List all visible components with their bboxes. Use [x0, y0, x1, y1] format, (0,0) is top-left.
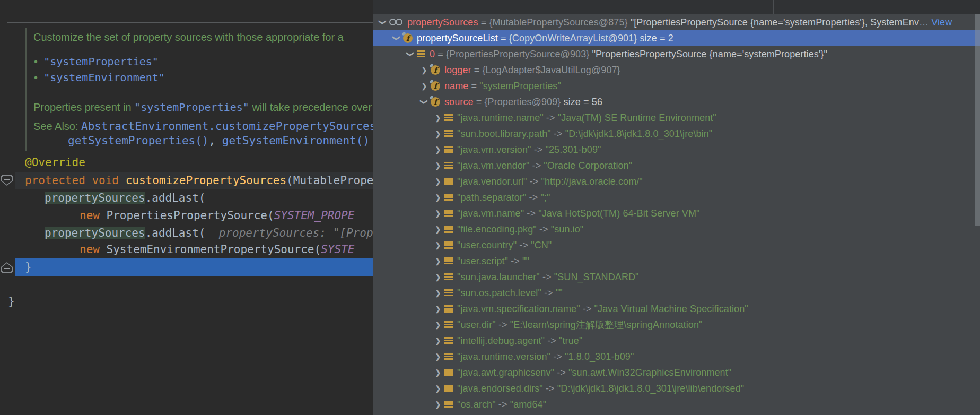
tree-row-java-vm-vendor[interactable]: ❯"java.vm.vendor" -> "Oracle Corporation…: [373, 158, 980, 174]
doc-link[interactable]: getSystemProperties(): [68, 134, 209, 147]
chevron-right-icon[interactable]: ❯: [432, 189, 444, 205]
tree-row-java-endorsed-dirs[interactable]: ❯"java.endorsed.dirs" -> "D:\jdk\jdk1.8\…: [373, 381, 980, 396]
chevron-right-icon[interactable]: ❯: [432, 317, 444, 333]
tree-text: "PropertiesPropertySource {name='systemP…: [592, 49, 827, 60]
doc-comment-separator: [7, 22, 373, 23]
chevron-right-icon[interactable]: ❯: [418, 78, 431, 94]
code-token: "systemProperties": [43, 55, 159, 68]
array-element-icon: [444, 273, 453, 281]
tree-row-java-runtime-name[interactable]: ❯"java.runtime.name" -> "Java(TM) SE Run…: [373, 110, 980, 126]
chevron-right-icon[interactable]: ❯: [432, 174, 444, 189]
chevron-right-icon[interactable]: ❯: [432, 158, 444, 174]
code-line-method-signature: protected void customizePropertySources(…: [25, 172, 373, 189]
tree-row-path-separator[interactable]: ❯"path.separator" -> ";": [373, 189, 980, 205]
tree-row-sun-java-launcher[interactable]: ❯"sun.java.launcher" -> "SUN_STANDARD": [373, 269, 980, 285]
execution-point-highlight: [15, 258, 373, 276]
tree-row-java-runtime-version[interactable]: ❯"java.runtime.version" -> "1.8.0_301-b0…: [373, 349, 980, 365]
code-line-doc-note: Properties present in "systemProperties"…: [33, 99, 373, 116]
field-icon: f: [431, 81, 440, 91]
chevron-right-icon[interactable]: ❯: [432, 365, 444, 381]
chevron-right-icon[interactable]: ❯: [432, 333, 444, 349]
tree-row-java-vm-version[interactable]: ❯"java.vm.version" -> "25.301-b09": [373, 142, 980, 158]
watch-glasses-icon: [389, 19, 403, 26]
code-line-doc-see-also-2: getSystemProperties(), getSystemEnvironm…: [68, 132, 370, 150]
chevron-right-icon[interactable]: ❯: [432, 301, 444, 317]
chevron-right-icon[interactable]: ❯: [432, 253, 444, 269]
code-token: will take precedence over t: [249, 101, 373, 113]
tree-text: size = 2: [640, 33, 673, 44]
array-element-icon: [444, 337, 453, 344]
chevron-right-icon[interactable]: ❯: [432, 221, 444, 237]
tree-row-user-script[interactable]: ❯"user.script" -> "": [373, 253, 980, 269]
tree-text: ->: [496, 319, 510, 331]
tree-row-java-vm-name[interactable]: ❯"java.vm.name" -> "Java HotSpot(TM) 64-…: [373, 205, 980, 221]
tree-text: "sun.boot.library.path": [457, 128, 551, 140]
tree-text: ->: [550, 351, 565, 362]
bullet-icon: •: [34, 72, 43, 83]
tree-row-java-vm-specification-name[interactable]: ❯"java.vm.specification.name" -> "Java V…: [373, 301, 980, 317]
tree-text: "E:\learn\spring注解版整理\springAnnotation": [510, 318, 703, 331]
chevron-right-icon[interactable]: ❯: [432, 381, 444, 396]
chevron-right-icon[interactable]: ❯: [432, 269, 444, 285]
tree-text: "systemProperties": [479, 81, 561, 92]
array-element-icon: [444, 226, 453, 233]
chevron-down-icon[interactable]: ❯: [402, 48, 418, 60]
tree-text: "Java Virtual Machine Specification": [594, 304, 748, 315]
tree-text: ";": [540, 192, 550, 203]
tree-text: propertySourceList: [417, 33, 498, 44]
tree-row-name[interactable]: ❯fname = "systemProperties": [373, 78, 980, 94]
code-line-call-addlast-2: propertySources.addLast( propertySources…: [45, 224, 373, 242]
ide-screen: Customize the set of property sources wi…: [0, 0, 980, 415]
chevron-right-icon[interactable]: ❯: [432, 396, 444, 412]
code-line-new-properties: new PropertiesPropertySource(SYSTEM_PROP…: [80, 207, 354, 224]
chevron-right-icon[interactable]: ❯: [432, 205, 444, 221]
chevron-right-icon[interactable]: ❯: [432, 237, 444, 253]
tree-text: "sun.io": [551, 224, 584, 235]
tree-text: ->: [580, 304, 594, 315]
tree-row-element-0[interactable]: ❯0 = {PropertiesPropertySource@903} "Pro…: [373, 46, 980, 62]
tree-row-source[interactable]: ❯fsource = {Properties@909} size = 56: [373, 94, 980, 110]
tree-row-intellij-debug-agent[interactable]: ❯"intellij.debug.agent" -> "true": [373, 333, 980, 349]
fold-start-marker-icon[interactable]: [1, 175, 13, 186]
popup-scrollbar[interactable]: [975, 14, 980, 226]
chevron-right-icon[interactable]: ❯: [432, 285, 444, 301]
tree-text: "java.vm.version": [457, 144, 531, 155]
tree-row-sun-os-patch-level[interactable]: ❯"sun.os.patch.level" -> "": [373, 285, 980, 301]
tree-row-java-awt-graphicsenv[interactable]: ❯"java.awt.graphicsenv" -> "sun.awt.Win3…: [373, 365, 980, 381]
code-token: "systemEnvironment": [43, 71, 165, 84]
tree-text: ->: [524, 208, 538, 219]
tree-text: =: [468, 81, 479, 92]
tree-row-propertySourceList[interactable]: ❯fpropertySourceList = {CopyOnWriteArray…: [373, 30, 980, 46]
array-element-icon: [444, 241, 453, 249]
tree-text: {Properties@909}: [484, 97, 563, 108]
doc-link[interactable]: getSystemEnvironment(): [222, 134, 370, 147]
tree-row-file-encoding-pkg[interactable]: ❯"file.encoding.pkg" -> "sun.io": [373, 221, 980, 237]
array-element-icon: [444, 146, 453, 153]
chevron-right-icon[interactable]: ❯: [432, 126, 444, 142]
tree-text: ->: [527, 176, 541, 187]
code-token: @Override: [25, 156, 85, 169]
tree-row-user-dir[interactable]: ❯"user.dir" -> "E:\learn\spring注解版整理\spr…: [373, 317, 980, 333]
tree-row-sun-boot-library-path[interactable]: ❯"sun.boot.library.path" -> "D:\jdk\jdk1…: [373, 126, 980, 142]
code-token: Properties present in: [33, 101, 134, 113]
tree-row-java-vendor-url[interactable]: ❯"java.vendor.url" -> "http://java.oracl…: [373, 174, 980, 189]
array-element-icon: [444, 401, 453, 408]
chevron-right-icon[interactable]: ❯: [432, 142, 444, 158]
tree-row-user-country[interactable]: ❯"user.country" -> "CN": [373, 237, 980, 253]
tree-text: "java.runtime.name": [457, 113, 544, 124]
tree-text: "amd64": [510, 399, 547, 410]
tree-row-os-arch[interactable]: ❯"os.arch" -> "amd64": [373, 396, 980, 412]
doc-link[interactable]: AbstractEnvironment.customizePropertySou…: [81, 120, 373, 133]
chevron-down-icon[interactable]: ❯: [375, 16, 391, 29]
chevron-right-icon[interactable]: ❯: [418, 62, 431, 78]
tree-row-propertySources[interactable]: ❯propertySources = {MutablePropertySourc…: [373, 14, 980, 30]
tree-text: ->: [496, 399, 510, 410]
code-token: [205, 227, 218, 239]
code-token: customizePropertySources: [126, 174, 286, 187]
tree-row-logger[interactable]: ❯flogger = {LogAdapter$JavaUtilLog@907}: [373, 62, 980, 78]
fold-end-marker-icon[interactable]: [1, 262, 13, 273]
chevron-right-icon[interactable]: ❯: [432, 349, 444, 365]
chevron-right-icon[interactable]: ❯: [432, 110, 444, 126]
code-token: propertySources: "[Prop: [219, 227, 373, 239]
view-link[interactable]: View: [931, 17, 952, 28]
